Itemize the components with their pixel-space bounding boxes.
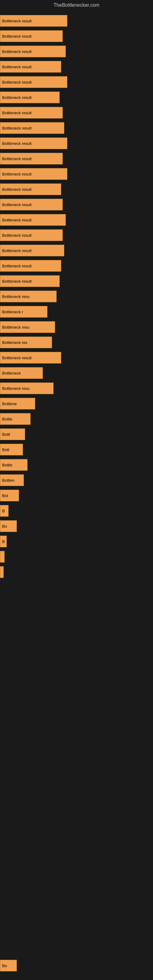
bar-item: Bottlene	[0, 398, 35, 409]
bar-label: Bottleneck result	[2, 49, 32, 54]
bar-item	[0, 551, 5, 563]
bar-label: Bottleneck result	[2, 172, 32, 177]
bar-item: Bottleneck resu	[0, 321, 55, 333]
bar-item: Bottleneck result	[0, 122, 64, 134]
bar-label: Bottleneck result	[2, 111, 32, 115]
bar-item: B	[0, 536, 7, 547]
bar-label: Bottleneck result	[2, 19, 32, 23]
bar-label: Bottleneck result	[2, 248, 32, 253]
bar-item: Bottleneck result	[0, 245, 64, 256]
bar-label: Bottleneck result	[2, 65, 32, 69]
bar-label: Bottle	[2, 417, 12, 422]
bar-item: Bottleneck r	[0, 306, 48, 318]
bar-item: Bottleneck result	[0, 214, 66, 226]
bar-item: Bottleneck result	[0, 137, 67, 149]
bar-label: Bottleneck result	[2, 279, 32, 283]
bar-item: Bottleneck result	[0, 199, 63, 210]
bar-label: Bottleneck resu	[2, 294, 30, 299]
bar-label: Bottlen	[2, 478, 14, 483]
bar-item: Bot	[0, 490, 19, 501]
bar-label: Bottleneck resu	[2, 386, 30, 391]
bar-item: Bottl	[0, 428, 25, 440]
bar-item: Bottleneck	[0, 367, 43, 379]
bar-label: Bot	[2, 493, 8, 498]
bar-item: Bo	[0, 960, 17, 971]
bar-item: Bottleneck result	[0, 229, 63, 241]
bar-item: B	[0, 505, 9, 517]
bar-item: Bottleneck result	[0, 76, 67, 88]
bar-item: Bottleneck result	[0, 168, 67, 180]
bar-label: Bottlene	[2, 401, 17, 406]
bar-label: Bottleneck result	[2, 233, 32, 238]
bar-label: B	[2, 539, 5, 544]
bar-item: Bottleneck res	[0, 337, 52, 348]
bar-item: Bottleneck result	[0, 30, 63, 42]
bar-item: Bottle	[0, 413, 30, 425]
bar-label: Bo	[2, 964, 7, 968]
bar-label: Bottleneck result	[2, 202, 32, 207]
bar-label: Bottleneck result	[2, 95, 32, 100]
site-title-bar: TheBottlenecker.com	[0, 0, 153, 10]
bar-label: Bottl	[2, 432, 10, 437]
bar-item: Bottleneck resu	[0, 382, 54, 394]
bar-label: Bottleneck resu	[2, 325, 30, 329]
bar-label: Bottleneck result	[2, 126, 32, 130]
bar-item: Bottleneck result	[0, 275, 60, 287]
bar-item: Bottleneck resu	[0, 291, 57, 302]
bar-label: Bottleneck result	[2, 356, 32, 360]
site-title: TheBottlenecker.com	[0, 0, 153, 10]
bar-item: Bottleneck result	[0, 92, 60, 103]
bar-item: Bo	[0, 520, 17, 532]
bar-item: Bottlen	[0, 474, 24, 486]
bar-label: Bottleneck result	[2, 156, 32, 161]
bar-label: Bottleneck result	[2, 187, 32, 192]
bar-item: Bottleneck result	[0, 107, 63, 119]
chart-container: Bottleneck resultBottleneck resultBottle…	[0, 10, 153, 960]
bar-label: Bottleneck result	[2, 80, 32, 84]
bar-item: Bottleneck result	[0, 61, 61, 73]
bar-label: B	[2, 509, 5, 513]
bar-label: Bottleneck result	[2, 34, 32, 38]
bar-label: Bottleneck	[2, 371, 21, 375]
bar-label: Bottleneck result	[2, 141, 32, 146]
bar-item: Bott	[0, 444, 23, 455]
bar-item: Bottleneck result	[0, 183, 61, 195]
bar-label: Bo	[2, 524, 7, 528]
bar-item: Bottleneck result	[0, 260, 61, 272]
bar-label: Bottleneck r	[2, 310, 23, 314]
bar-label: Bottleneck res	[2, 340, 27, 345]
bar-label: Bott	[2, 447, 9, 452]
bar-label: Bottle	[2, 463, 12, 467]
bar-item	[0, 566, 4, 578]
bar-item: Bottleneck result	[0, 153, 63, 164]
bar-item: Bottleneck result	[0, 15, 67, 27]
bar-label: Bottleneck result	[2, 218, 32, 222]
bar-item: Bottleneck result	[0, 352, 61, 364]
bar-item: Bottle	[0, 459, 27, 471]
bar-item: Bottleneck result	[0, 46, 66, 57]
bar-label: Bottleneck result	[2, 264, 32, 268]
